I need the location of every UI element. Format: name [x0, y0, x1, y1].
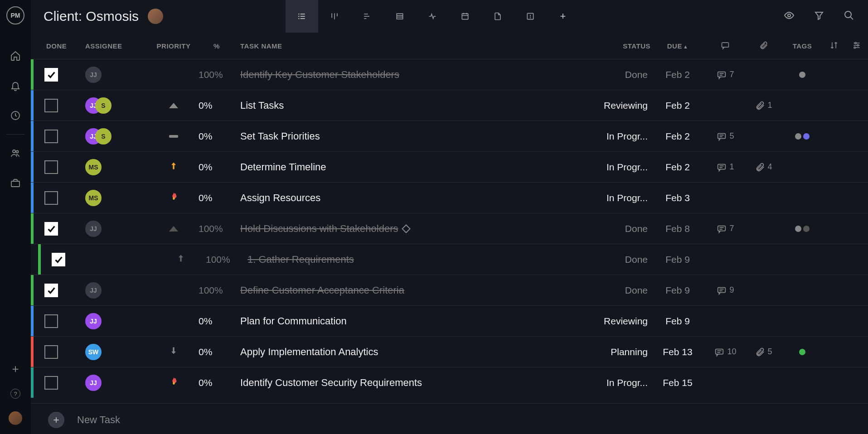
task-name[interactable]: Identify Customer Security Requirements	[235, 377, 587, 389]
task-name[interactable]: Hold Discussions with Stakeholders	[235, 223, 587, 235]
sort-button[interactable]	[823, 41, 845, 51]
files-view-tab[interactable]	[481, 0, 514, 33]
done-checkbox[interactable]	[44, 68, 58, 82]
priority-cell[interactable]	[149, 376, 199, 390]
column-percent[interactable]: %	[199, 42, 235, 50]
status-cell[interactable]: Done	[587, 254, 650, 265]
task-name[interactable]: Apply Implementation Analytics	[235, 346, 587, 358]
task-name[interactable]: Set Task Priorities	[235, 130, 587, 142]
task-name[interactable]: List Tasks	[235, 100, 587, 111]
help-icon[interactable]: ?	[10, 389, 20, 399]
search-icon[interactable]	[844, 10, 854, 23]
task-row[interactable]: JJS0%Set Task PrioritiesIn Progr...Feb 2…	[31, 121, 868, 151]
due-cell[interactable]: Feb 2	[650, 162, 705, 173]
percent-cell[interactable]: 0%	[199, 162, 235, 173]
priority-cell[interactable]	[149, 135, 199, 138]
task-row[interactable]: JJS0%List TasksReviewingFeb 21	[31, 90, 868, 121]
due-cell[interactable]: Feb 2	[650, 131, 705, 142]
task-row[interactable]: 100%1. Gather RequirementsDoneFeb 9	[31, 244, 868, 275]
percent-cell[interactable]: 100%	[199, 223, 235, 234]
task-name[interactable]: Assign Resources	[235, 192, 587, 204]
status-cell[interactable]: In Progr...	[587, 131, 650, 142]
assignee-avatar[interactable]: JJ	[85, 375, 102, 391]
assignee-avatar[interactable]: S	[95, 97, 112, 114]
column-done[interactable]: DONE	[46, 42, 85, 50]
tag-dot[interactable]	[799, 349, 805, 355]
assignee-avatar[interactable]: MS	[85, 159, 102, 175]
assignee-avatar[interactable]: JJ	[85, 221, 102, 237]
due-cell[interactable]: Feb 2	[650, 69, 705, 80]
comments-cell[interactable]: 1	[705, 162, 746, 172]
priority-cell[interactable]	[149, 345, 199, 358]
tags-cell[interactable]	[782, 72, 823, 78]
percent-cell[interactable]: 0%	[199, 100, 235, 111]
task-row[interactable]: MS0%Assign ResourcesIn Progr...Feb 3	[31, 182, 868, 213]
column-assignee[interactable]: ASSIGNEE	[85, 42, 149, 50]
due-cell[interactable]: Feb 2	[650, 100, 705, 111]
current-user-avatar[interactable]	[9, 411, 22, 425]
tags-cell[interactable]	[782, 349, 823, 355]
done-checkbox[interactable]	[44, 314, 58, 328]
status-cell[interactable]: Done	[587, 69, 650, 80]
priority-cell[interactable]	[149, 160, 199, 174]
priority-cell[interactable]	[149, 103, 199, 108]
assignee-avatar[interactable]: JJ	[85, 313, 102, 329]
column-tags[interactable]: TAGS	[782, 42, 823, 50]
comments-cell[interactable]: 7	[705, 224, 746, 234]
assignee-avatar[interactable]: MS	[85, 190, 102, 206]
done-checkbox[interactable]	[44, 345, 58, 359]
column-settings-button[interactable]	[845, 41, 868, 51]
tag-dot[interactable]	[803, 133, 810, 140]
due-cell[interactable]: Feb 9	[650, 285, 705, 296]
done-checkbox[interactable]	[44, 160, 58, 174]
due-cell[interactable]: Feb 9	[650, 254, 705, 265]
comments-cell[interactable]: 7	[705, 70, 746, 80]
task-row[interactable]: MS0%Determine TimelineIn Progr...Feb 214	[31, 151, 868, 182]
percent-cell[interactable]: 0%	[199, 131, 235, 142]
column-attachments[interactable]	[746, 41, 782, 51]
assignee-avatar[interactable]: JJ	[85, 67, 102, 83]
project-title[interactable]: Client: Osmosis	[44, 9, 139, 24]
priority-cell[interactable]	[156, 253, 206, 266]
task-row[interactable]: JJ0%Plan for CommunicationReviewingFeb 9	[31, 305, 868, 336]
calendar-view-tab[interactable]	[449, 0, 481, 33]
gantt-view-tab[interactable]	[351, 0, 383, 33]
percent-cell[interactable]: 0%	[199, 347, 235, 357]
status-cell[interactable]: Done	[587, 285, 650, 296]
due-cell[interactable]: Feb 8	[650, 223, 705, 234]
project-owner-avatar[interactable]	[148, 9, 163, 24]
column-priority[interactable]: PRIORITY	[149, 42, 199, 50]
sheet-view-tab[interactable]	[383, 0, 416, 33]
list-view-tab[interactable]	[286, 0, 318, 33]
filter-icon[interactable]	[814, 10, 824, 23]
task-row[interactable]: SW0%Apply Implementation AnalyticsPlanni…	[31, 336, 868, 367]
new-task-row[interactable]: + New Task	[31, 403, 868, 434]
status-cell[interactable]: In Progr...	[587, 162, 650, 173]
tag-dot[interactable]	[795, 133, 801, 140]
assignee-avatar[interactable]: S	[95, 128, 112, 145]
task-name[interactable]: Plan for Communication	[235, 315, 587, 327]
team-icon[interactable]	[9, 147, 22, 159]
tags-cell[interactable]	[782, 226, 823, 232]
task-row[interactable]: JJ0%Identify Customer Security Requireme…	[31, 367, 868, 398]
percent-cell[interactable]: 0%	[199, 193, 235, 203]
add-task-button[interactable]: +	[48, 412, 64, 428]
column-status[interactable]: STATUS	[587, 42, 650, 50]
due-cell[interactable]: Feb 3	[650, 193, 705, 203]
task-name[interactable]: Define Customer Acceptance Criteria	[235, 285, 587, 296]
due-cell[interactable]: Feb 15	[650, 377, 705, 388]
percent-cell[interactable]: 0%	[199, 377, 235, 388]
portfolio-icon[interactable]	[9, 177, 22, 189]
priority-cell[interactable]	[149, 226, 199, 231]
attachments-cell[interactable]: 1	[746, 101, 782, 111]
status-cell[interactable]: In Progr...	[587, 377, 650, 388]
percent-cell[interactable]: 100%	[199, 285, 235, 296]
activity-view-tab[interactable]	[416, 0, 449, 33]
column-due[interactable]: DUE▲	[650, 42, 705, 50]
task-name[interactable]: 1. Gather Requirements	[242, 254, 587, 265]
risks-view-tab[interactable]	[514, 0, 547, 33]
status-cell[interactable]: Done	[587, 223, 650, 234]
done-checkbox[interactable]	[44, 376, 58, 390]
visibility-icon[interactable]	[784, 10, 795, 23]
comments-cell[interactable]: 10	[705, 347, 746, 357]
